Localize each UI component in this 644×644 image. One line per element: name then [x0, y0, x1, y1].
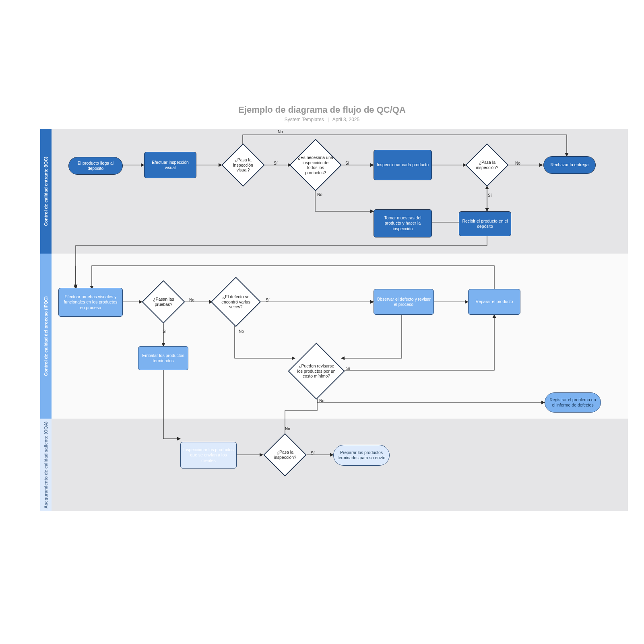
diagram-title: Ejemplo de diagrama de flujo de QC/QA: [0, 105, 644, 115]
terminator-log-defect-report: Registrar el problema en el informe de d…: [545, 392, 601, 413]
label-yes: Sí: [345, 161, 349, 165]
process-ipqc-tests: Efectuar pruebas visuales y funcionales …: [58, 288, 123, 317]
process-inspect-each: Inspeccionar cada producto: [374, 150, 432, 180]
label-yes: Sí: [274, 161, 277, 165]
label-no: No: [278, 130, 283, 134]
terminator-product-arrives: El producto llega al depósito: [68, 157, 123, 175]
lane-header-ipqc: Control de calidad del proceso (IPQC): [40, 254, 52, 419]
label-yes: Sí: [311, 451, 314, 455]
process-receive-product: Recibir el producto en el depósito: [459, 211, 511, 236]
diagram-subtitle: System Templates | April 3, 2025: [0, 117, 644, 122]
label-no: No: [319, 398, 324, 403]
lane-body-ipqc: [52, 254, 628, 419]
lane-header-iqc: Control de calidad entrante (IQC): [40, 129, 52, 254]
process-sample-inspect: Tomar muestras del producto y hacer la i…: [374, 209, 432, 237]
terminator-reject-delivery: Rechazar la entrega: [543, 156, 596, 174]
process-observe-defect: Observar el defecto y revisar el proceso: [374, 289, 434, 315]
label-no: No: [189, 298, 194, 302]
label-no: No: [317, 192, 322, 197]
process-inspect-shipping: Inspeccionar los productos que se envían…: [180, 442, 237, 469]
label-yes: Sí: [266, 298, 269, 302]
lane-header-oqa: Aseguramiento de calidad saliente (OQA): [40, 419, 52, 511]
label-yes: Sí: [163, 329, 166, 334]
terminator-prepare-shipping: Preparar los productos terminados para s…: [333, 445, 390, 466]
process-repair-product: Reparar el producto: [468, 289, 520, 315]
date: April 3, 2025: [332, 117, 359, 122]
label-no: No: [239, 329, 244, 334]
swimlane-diagram: Control de calidad entrante (IQC) Contro…: [40, 129, 628, 584]
process-visual-inspection: Efectuar inspección visual: [144, 152, 196, 178]
process-pack-finished: Embalar los productos terminados: [138, 346, 188, 370]
label-yes: Sí: [488, 193, 491, 198]
label-no: No: [285, 427, 290, 431]
separator: |: [328, 117, 329, 122]
lane-body-iqc: [52, 129, 628, 254]
author: System Templates: [285, 117, 324, 122]
label-no: No: [515, 161, 520, 165]
label-yes: Sí: [346, 366, 350, 371]
